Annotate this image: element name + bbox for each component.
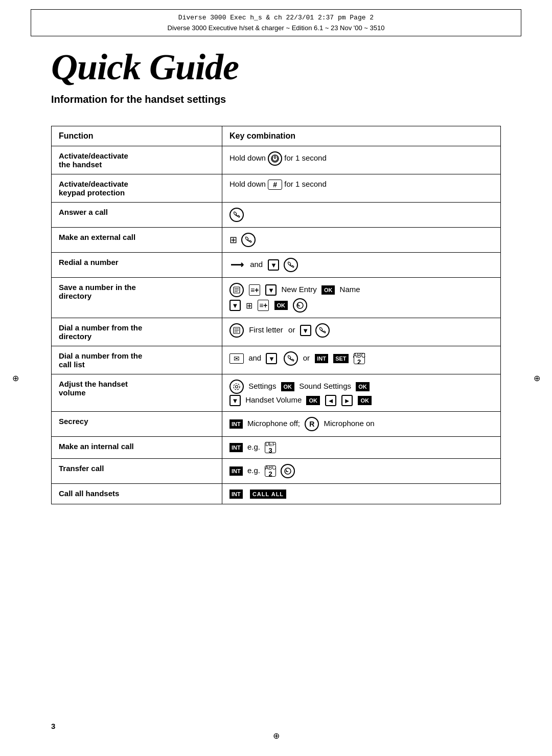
func-answer-call: Answer a call [52, 203, 222, 228]
phone-answer-icon [229, 208, 244, 222]
power-button-icon [268, 151, 282, 166]
callall-button: CALL ALL [250, 490, 286, 499]
and-text: and [250, 260, 263, 269]
arrow-down-dial-icon: ▼ [300, 325, 311, 336]
key-secrecy: INT Microphone off; R Microphone on [222, 412, 501, 437]
svg-point-12 [285, 468, 291, 474]
func-internal-call: Make an internal call [52, 437, 222, 459]
first-letter-text: First letter [249, 325, 283, 334]
table-row: Make an external call ⊞ [52, 228, 501, 253]
table-row: Dial a number from the call list ✉ and ▼ [52, 346, 501, 374]
int-button-transfer: INT [229, 466, 243, 476]
func-call-all: Call all handsets [52, 484, 222, 504]
svg-point-10 [236, 386, 238, 388]
key-internal-call: INT e.g. DEF 3 [222, 437, 501, 459]
num2-transfer-button: ABC 2 [265, 465, 276, 477]
grid-dir-icon: ⊞ [246, 301, 252, 310]
table-row: Redial a number ⟶ and ▼ [52, 253, 501, 278]
arrow-right-volume-icon: ► [341, 395, 353, 406]
grid-key-icon: ⊞ [229, 234, 237, 246]
phone-calllist-icon [284, 351, 298, 366]
func-dial-directory: Dial a number from the directory [52, 318, 222, 346]
int-button-callall: INT [229, 490, 243, 499]
main-content: Quick Guide Information for the handset … [0, 0, 552, 545]
plus-list-dir-icon: ≡+ [258, 300, 269, 311]
eg-transfer-text: e.g. [247, 466, 260, 475]
plus-list-icon: ≡+ [249, 284, 260, 296]
arrow-down-icon: ▼ [268, 259, 279, 271]
key-external-call: ⊞ [222, 228, 501, 253]
reg-mark-right: ⊕ [532, 373, 542, 383]
double-arrow-icon: ⟶ [231, 259, 244, 271]
key-redial: ⟶ and ▼ [222, 253, 501, 278]
func-redial: Redial a number [52, 253, 222, 278]
num3-button: DEF 3 [265, 442, 276, 453]
table-row: Save a number in the directory [52, 278, 501, 318]
settings-icon [229, 380, 244, 394]
microphone-on-text: Microphone on [324, 419, 374, 428]
func-keypad-protection: Activate/deactivate keypad protection [52, 174, 222, 203]
table-row: Adjust the handset volume Settings [52, 374, 501, 412]
phonebook-dial-icon [229, 323, 244, 338]
key-save-directory: ≡+ ▼ New Entry OK Name ▼ ⊞ ≡+ [222, 278, 501, 318]
phone-redial-icon [284, 258, 298, 272]
hash-key-icon: # [268, 180, 282, 190]
col-key-header: Key combination [222, 126, 501, 146]
handset-icon-dir [293, 298, 307, 313]
int-button-calllist: INT [315, 354, 328, 363]
col-function-header: Function [52, 126, 222, 146]
header-line1: Diverse 3000 Exec h_s & ch 22/3/01 2:37 … [36, 13, 516, 23]
page-number: 3 [51, 722, 55, 730]
ok-button-2: OK [274, 301, 288, 310]
key-adjust-volume: Settings OK Sound Settings OK ▼ Handset … [222, 374, 501, 412]
sound-settings-text: Sound Settings [299, 382, 351, 390]
table-row: Call all handsets INT CALL ALL [52, 484, 501, 504]
new-entry-text: New Entry [282, 285, 317, 294]
reg-mark-left: ⊕ [10, 373, 20, 383]
handset-volume-text: Handset Volume [245, 395, 302, 404]
ok-button-1: OK [321, 285, 335, 295]
name-text: Name [340, 285, 360, 294]
settings-text: Settings [248, 382, 276, 390]
key-dial-directory: First letter or ▼ [222, 318, 501, 346]
ok-volume-1: OK [281, 382, 295, 391]
header-line2: Diverse 3000 Executive h/set & charger ~… [36, 23, 516, 33]
arrow-left-volume-icon: ◄ [325, 395, 336, 406]
func-external-call: Make an external call [52, 228, 222, 253]
func-dial-calllist: Dial a number from the call list [52, 346, 222, 374]
arrow-down-volume-icon: ▼ [229, 395, 241, 406]
ok-volume-4: OK [358, 396, 372, 405]
page-wrapper: ⊕ ⊕ ⊕ Diverse 3000 Exec h_s & ch 22/3/01… [0, 0, 552, 756]
phone-call-icon [241, 233, 256, 247]
key-answer-call [222, 203, 501, 228]
envelope-icon: ✉ [229, 353, 244, 364]
func-activate-handset: Activate/deactivate the handset [52, 146, 222, 174]
table-row: Make an internal call INT e.g. DEF 3 [52, 437, 501, 459]
key-call-all: INT CALL ALL [222, 484, 501, 504]
func-transfer-call: Transfer call [52, 459, 222, 484]
arrow-down-save-icon: ▼ [265, 284, 277, 296]
int-button-secrecy: INT [229, 419, 243, 429]
phone-dial-icon [315, 323, 330, 338]
header-box: Diverse 3000 Exec h_s & ch 22/3/01 2:37 … [31, 9, 521, 36]
key-dial-calllist: ✉ and ▼ or INT SET [222, 346, 501, 374]
func-secrecy: Secrecy [52, 412, 222, 437]
page-title: Quick Guide [51, 46, 501, 88]
table-row: Dial a number from the directory [52, 318, 501, 346]
ok-volume-3: OK [306, 396, 320, 405]
table-row: Activate/deactivate keypad protection Ho… [52, 174, 501, 203]
key-transfer-call: INT e.g. ABC 2 [222, 459, 501, 484]
table-row: Answer a call [52, 203, 501, 228]
func-save-directory: Save a number in the directory [52, 278, 222, 318]
arrow-down-calllist-icon: ▼ [266, 353, 277, 364]
page-subtitle: Information for the handset settings [51, 94, 501, 105]
eg-internal-text: e.g. [247, 442, 260, 451]
table-header-row: Function Key combination [52, 126, 501, 146]
arrow-down-dir-icon: ▼ [229, 300, 241, 311]
or-text-dir: or [288, 325, 295, 334]
table-row: Transfer call INT e.g. ABC 2 [52, 459, 501, 484]
reg-mark-bottom: ⊕ [271, 730, 281, 741]
func-adjust-volume: Adjust the handset volume [52, 374, 222, 412]
key-keypad-protection: Hold down # for 1 second [222, 174, 501, 203]
r-button-secrecy: R [305, 417, 319, 431]
